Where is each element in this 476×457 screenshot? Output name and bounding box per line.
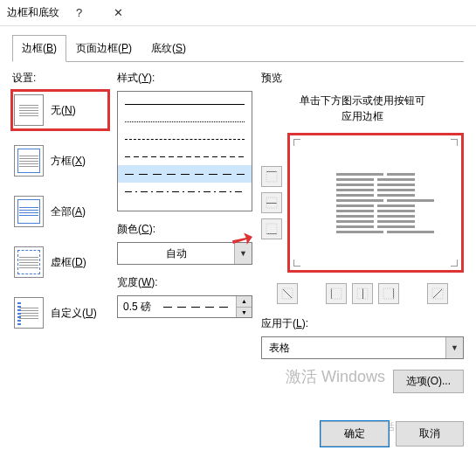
setting-dashed-icon	[14, 246, 44, 278]
border-diag-down-button[interactable]	[277, 283, 298, 304]
ok-button[interactable]: 确定	[321, 421, 389, 447]
apply-to-dropdown[interactable]: 表格 ▼	[261, 336, 464, 359]
style-dash-small[interactable]	[118, 130, 252, 148]
color-dropdown[interactable]: 自动 ▼	[117, 242, 252, 265]
svg-rect-13	[383, 288, 394, 299]
options-button[interactable]: 选项(O)...	[393, 370, 464, 393]
apply-to-label: 应用于(L):	[261, 316, 464, 331]
border-vmid-button[interactable]	[352, 283, 373, 304]
preview-hint: 单击下方图示或使用按钮可 应用边框	[261, 93, 464, 124]
cancel-button[interactable]: 取消	[396, 421, 464, 447]
setting-custom[interactable]: 自定义(U)	[12, 294, 108, 332]
border-bottom-button[interactable]	[261, 218, 282, 239]
setting-none-icon	[14, 94, 44, 126]
chevron-down-icon[interactable]: ▼	[445, 337, 463, 358]
width-label: 宽度(W):	[117, 275, 252, 290]
tab-borders[interactable]: 边框(B)	[12, 35, 66, 62]
setting-box[interactable]: 方框(X)	[12, 142, 108, 180]
width-spin-up[interactable]: ▲	[237, 296, 252, 308]
style-dash-dot[interactable]	[118, 183, 252, 200]
tab-shading[interactable]: 底纹(S)	[141, 35, 196, 62]
settings-label: 设置:	[12, 71, 108, 86]
help-button[interactable]: ?	[59, 0, 99, 25]
border-top-button[interactable]	[261, 166, 282, 187]
width-spin-down[interactable]: ▼	[237, 308, 252, 318]
preview-canvas[interactable]	[287, 133, 464, 273]
svg-line-14	[433, 289, 442, 298]
border-diag-up-button[interactable]	[427, 283, 448, 304]
setting-dashed[interactable]: 虚框(D)	[12, 243, 108, 281]
color-label: 颜色(C):	[117, 222, 252, 237]
style-label: 样式(Y):	[117, 71, 252, 86]
setting-custom-icon	[14, 297, 44, 329]
chevron-down-icon[interactable]: ▼	[234, 243, 252, 264]
apply-to-value: 表格	[262, 341, 445, 356]
setting-all-icon	[14, 196, 44, 227]
style-dash-medium[interactable]	[118, 148, 252, 165]
preview-label: 预览	[261, 71, 464, 86]
width-value: 0.5 磅	[118, 300, 158, 315]
setting-box-icon	[14, 145, 44, 177]
preview-document-icon	[336, 173, 415, 233]
tab-strip: 边框(B) 页面边框(P) 底纹(S)	[0, 26, 476, 62]
border-left-button[interactable]	[326, 283, 347, 304]
style-dotted[interactable]	[118, 113, 252, 130]
style-dash-large[interactable]	[118, 165, 252, 183]
tab-page-borders[interactable]: 页面边框(P)	[66, 35, 141, 62]
width-preview-line	[158, 296, 236, 317]
dialog-title: 边框和底纹	[7, 5, 59, 20]
color-value: 自动	[118, 246, 234, 261]
svg-line-6	[283, 289, 292, 298]
svg-rect-5	[266, 224, 277, 234]
close-button[interactable]: ✕	[99, 0, 138, 25]
svg-rect-1	[266, 171, 277, 182]
setting-all[interactable]: 全部(A)	[12, 192, 108, 231]
setting-none[interactable]: 无(N)	[12, 91, 108, 129]
style-listbox[interactable]	[117, 91, 252, 211]
watermark-text: 激活 Windows	[286, 366, 385, 387]
width-spinner[interactable]: 0.5 磅 ▲ ▼	[117, 295, 252, 318]
border-right-button[interactable]	[378, 283, 399, 304]
border-hmid-button[interactable]	[261, 192, 282, 213]
titlebar: 边框和底纹 ? ✕	[0, 0, 476, 26]
svg-rect-9	[331, 288, 341, 299]
style-solid[interactable]	[118, 95, 252, 113]
svg-rect-2	[266, 203, 277, 204]
svg-rect-10	[362, 288, 363, 299]
